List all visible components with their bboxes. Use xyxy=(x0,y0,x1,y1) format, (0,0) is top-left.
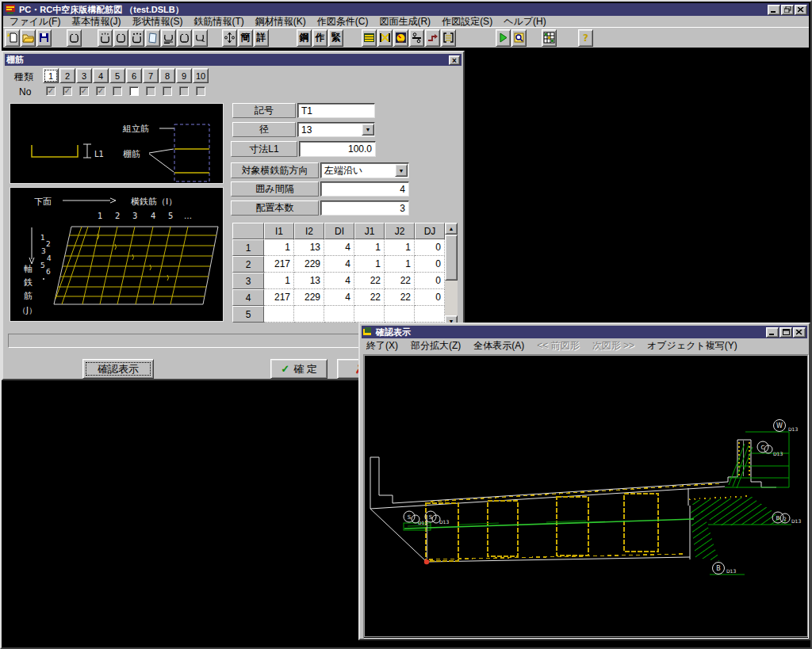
diameter-dropdown-arrow[interactable]: ▼ xyxy=(362,124,374,136)
count-input[interactable]: 3 xyxy=(320,200,409,216)
viewer-menu-exit[interactable]: 終了(X) xyxy=(366,339,398,353)
viewer-menu-zoom-all[interactable]: 全体表示(A) xyxy=(473,339,524,353)
enclose-spacing-label: 囲み間隔 xyxy=(231,181,319,197)
bar-lines-button[interactable] xyxy=(362,29,377,47)
type-button-1[interactable]: 1 xyxy=(43,68,59,83)
viewer-menu-copy-object[interactable]: オブジェクト複写(Y) xyxy=(647,339,737,353)
segments-table: I1 I2 DI J1 J2 DJ 1 113 41 10 2 217229 4… xyxy=(232,223,445,323)
no-checkbox-2[interactable]: ✓ xyxy=(63,86,72,96)
no-checkbox-8[interactable] xyxy=(163,86,172,96)
sheet-button[interactable] xyxy=(145,29,160,47)
viewer-maximize-button[interactable] xyxy=(779,327,792,338)
scroll-up-button[interactable]: ▲ xyxy=(445,223,458,235)
rebar-side-button[interactable] xyxy=(177,29,192,47)
bend-arrow-button[interactable] xyxy=(425,29,440,47)
help-button[interactable]: ? xyxy=(578,29,593,47)
type-button-10[interactable]: 10 xyxy=(193,68,209,83)
no-checkbox-6[interactable] xyxy=(129,86,139,96)
type-button-5[interactable]: 5 xyxy=(109,68,125,83)
table-row[interactable]: 2 217229 41 10 xyxy=(232,256,445,273)
gauge-button[interactable] xyxy=(393,29,408,47)
type-button-7[interactable]: 7 xyxy=(143,68,159,83)
no-checkbox-3[interactable]: ✓ xyxy=(79,86,89,96)
steel-button[interactable]: 鋼 xyxy=(297,29,312,47)
table-row[interactable]: 3 113 422 220 xyxy=(232,273,445,289)
table-corner xyxy=(232,223,264,239)
type-button-3[interactable]: 3 xyxy=(76,68,92,83)
rebar-mesh-button[interactable] xyxy=(161,29,176,47)
enclose-spacing-input[interactable]: 4 xyxy=(320,181,409,197)
menu-basic-info[interactable]: 基本情報(J) xyxy=(71,15,121,29)
col-header-i1: I1 xyxy=(264,223,294,239)
scroll-thumb[interactable] xyxy=(445,235,458,281)
menu-steel-info[interactable]: 鋼材情報(K) xyxy=(255,15,306,29)
type-button-8[interactable]: 8 xyxy=(159,68,175,83)
ok-button[interactable]: ✓ 確 定 xyxy=(270,359,327,379)
no-checkbox-7[interactable] xyxy=(146,86,155,96)
viewer-minimize-button[interactable] xyxy=(766,327,779,338)
cross-ties-button[interactable] xyxy=(377,29,393,47)
section-arrows-button[interactable] xyxy=(222,29,237,47)
no-checkbox-5[interactable] xyxy=(113,86,122,96)
no-checkbox-4[interactable]: ✓ xyxy=(96,86,105,96)
table-row[interactable]: 4 217229 422 220 xyxy=(232,289,445,306)
col-num: 5 xyxy=(168,212,173,220)
menu-help[interactable]: ヘルプ(H) xyxy=(504,15,546,29)
bar-spacing-button[interactable] xyxy=(409,29,424,47)
menu-draw-conditions[interactable]: 作図条件(C) xyxy=(317,15,369,29)
menu-shape-info[interactable]: 形状情報(S) xyxy=(132,15,182,29)
dialog-close-button[interactable]: × xyxy=(449,55,460,65)
type-button-2[interactable]: 2 xyxy=(59,68,75,83)
bar-grid-button[interactable] xyxy=(542,29,557,47)
direction-dropdown-arrow[interactable]: ▼ xyxy=(395,164,408,177)
no-checkbox-10[interactable] xyxy=(196,86,205,96)
type-button-4[interactable]: 4 xyxy=(93,68,109,83)
rebar-top-button[interactable] xyxy=(98,29,113,47)
drawing-canvas[interactable]: S S W C B 2 B D13 D13 D13 D13 D13 D13 xyxy=(363,354,809,639)
count-label: 配置本数 xyxy=(231,200,319,216)
table-row[interactable]: 5 xyxy=(232,306,445,323)
axis-char: 軸 xyxy=(24,264,33,274)
table-scrollbar[interactable]: ▲ ▼ xyxy=(445,223,458,327)
menu-generate-drawing[interactable]: 図面生成(R) xyxy=(379,15,431,29)
viewer-menu-prev-shape: << 前図形 xyxy=(537,339,579,353)
make-button[interactable]: 作 xyxy=(312,29,327,47)
run-button[interactable] xyxy=(496,29,511,47)
close-button[interactable] xyxy=(795,5,807,15)
symbol-input[interactable]: T1 xyxy=(297,103,375,118)
no-checkbox-9[interactable] xyxy=(179,86,189,96)
menu-draw-settings[interactable]: 作図設定(S) xyxy=(442,15,492,29)
type-button-9[interactable]: 9 xyxy=(176,68,192,83)
open-file-button[interactable] xyxy=(21,29,36,47)
rebar-layout-button[interactable] xyxy=(67,29,82,47)
rebar-bottom-button[interactable] xyxy=(113,29,128,47)
no-checkbox-1[interactable]: ✓ xyxy=(46,86,56,96)
make-label: 作 xyxy=(316,31,325,44)
col-num: 2 xyxy=(115,212,120,220)
detail-mode-button[interactable]: 詳 xyxy=(254,29,269,47)
type-button-6[interactable]: 6 xyxy=(126,68,142,83)
bar-tables-button[interactable] xyxy=(441,29,456,47)
play-icon xyxy=(497,32,509,44)
restore-button[interactable] xyxy=(781,5,794,15)
tight-button[interactable]: 緊 xyxy=(328,29,343,47)
new-file-button[interactable] xyxy=(5,29,20,47)
row-num: 4 xyxy=(47,254,52,262)
viewer-close-button[interactable] xyxy=(793,327,806,338)
menu-rebar-info[interactable]: 鉄筋情報(T) xyxy=(193,15,243,29)
cross-ties-icon xyxy=(379,32,391,44)
diameter-label: 径 xyxy=(232,122,296,137)
confirm-display-button[interactable]: 確認表示 xyxy=(82,359,154,379)
menu-file[interactable]: ファイル(F) xyxy=(10,15,60,29)
l1-input[interactable]: 100.0 xyxy=(299,141,376,157)
table-row[interactable]: 1 113 41 10 xyxy=(232,239,445,256)
minimize-button[interactable] xyxy=(768,5,780,15)
viewer-menu-zoom-part[interactable]: 部分拡大(Z) xyxy=(411,339,461,353)
col-header-j2: J2 xyxy=(385,223,415,239)
simple-mode-button[interactable]: 簡 xyxy=(238,29,253,47)
rebar-hoop-button[interactable] xyxy=(129,29,144,47)
zoom-view-button[interactable] xyxy=(511,29,527,47)
magnifier-doc-icon xyxy=(513,32,525,44)
save-file-button[interactable] xyxy=(36,29,52,47)
rebar-pick-button[interactable] xyxy=(193,29,208,47)
